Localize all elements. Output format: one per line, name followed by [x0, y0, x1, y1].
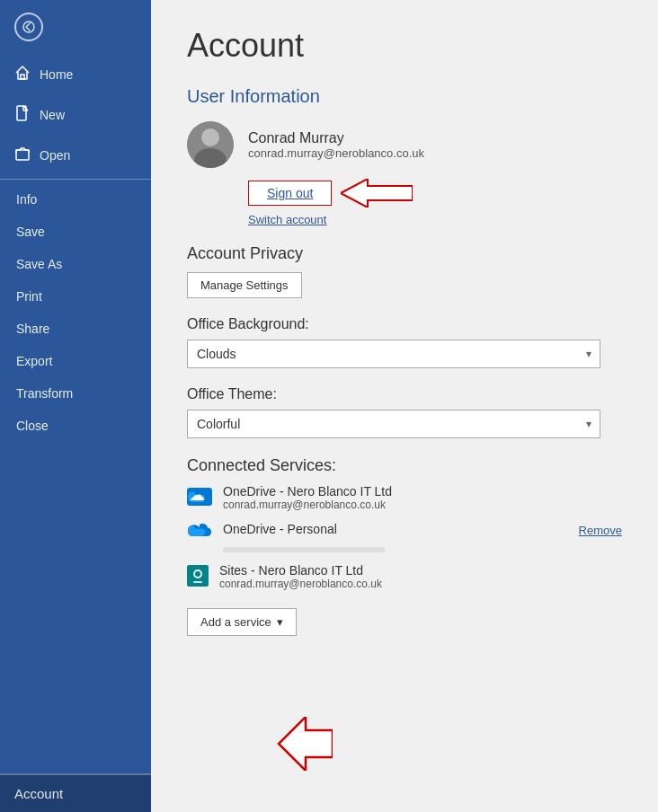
- svg-rect-4: [16, 150, 29, 160]
- sidebar-item-home[interactable]: Home: [0, 54, 151, 94]
- user-information-section: User Information Conrad Murray conrad.mu…: [187, 86, 622, 226]
- main-content: Account User Information Conrad Murray c…: [151, 0, 658, 812]
- user-details: Conrad Murray conrad.murray@neroblanco.c…: [248, 130, 424, 160]
- onedrive-personal-name: OneDrive - Personal: [223, 522, 337, 536]
- svg-point-6: [201, 128, 219, 146]
- open-icon: [14, 146, 31, 164]
- office-theme-label: Office Theme:: [187, 386, 622, 402]
- sidebar-item-account[interactable]: Account: [0, 773, 151, 812]
- account-privacy-heading: Account Privacy: [187, 244, 622, 263]
- avatar: [187, 121, 234, 168]
- office-theme-dropdown-wrapper: Colorful Dark Gray Black White ▾: [187, 410, 600, 438]
- sites-business-details: Sites - Nero Blanco IT Ltd conrad.murray…: [219, 563, 382, 590]
- onedrive-personal-details: OneDrive - Personal: [223, 522, 337, 536]
- list-item: OneDrive - Personal Remove: [187, 522, 622, 552]
- sign-out-arrow: [341, 179, 413, 207]
- onedrive-business-email: conrad.murray@neroblanco.co.uk: [223, 499, 392, 511]
- onedrive-personal-icon: [187, 522, 212, 543]
- manage-settings-button[interactable]: Manage Settings: [187, 272, 302, 298]
- remove-onedrive-personal-link[interactable]: Remove: [579, 524, 622, 537]
- sidebar-item-new[interactable]: New: [0, 94, 151, 135]
- onedrive-business-details: OneDrive - Nero Blanco IT Ltd conrad.mur…: [223, 484, 392, 511]
- office-theme-section: Office Theme: Colorful Dark Gray Black W…: [187, 386, 622, 438]
- svg-rect-1: [21, 75, 24, 79]
- sidebar-item-export[interactable]: Export: [0, 345, 151, 377]
- svg-point-0: [23, 22, 34, 32]
- sign-out-area: Sign out Switch account: [248, 179, 622, 226]
- office-background-section: Office Background: Clouds None Circles a…: [187, 316, 622, 368]
- sidebar-item-open[interactable]: Open: [0, 135, 151, 175]
- sites-business-name: Sites - Nero Blanco IT Ltd: [219, 563, 382, 578]
- user-info-row: Conrad Murray conrad.murray@neroblanco.c…: [187, 121, 622, 168]
- back-button[interactable]: [0, 0, 151, 54]
- sidebar-item-share[interactable]: Share: [0, 313, 151, 345]
- sidebar-item-open-label: Open: [40, 148, 70, 163]
- onedrive-business-icon: [187, 488, 212, 506]
- back-circle-icon: [14, 13, 43, 41]
- list-item: Sites - Nero Blanco IT Ltd conrad.murray…: [187, 563, 622, 590]
- sidebar-item-save-as[interactable]: Save As: [0, 248, 151, 280]
- account-privacy-section: Account Privacy Manage Settings: [187, 244, 622, 298]
- svg-marker-8: [341, 179, 413, 207]
- new-icon: [14, 105, 31, 124]
- office-background-select[interactable]: Clouds None Circles and Stripes Circuit …: [187, 340, 600, 368]
- user-email: conrad.murray@neroblanco.co.uk: [248, 146, 424, 160]
- connected-services-heading: Connected Services:: [187, 456, 622, 475]
- user-name: Conrad Murray: [248, 130, 424, 146]
- sidebar-spacer: [0, 442, 151, 773]
- connected-services-section: Connected Services: OneDrive - Nero Blan…: [187, 456, 622, 636]
- sidebar-item-transform[interactable]: Transform: [0, 377, 151, 410]
- switch-account-link[interactable]: Switch account: [248, 213, 622, 226]
- sidebar: Home New Open: [0, 0, 151, 812]
- home-icon: [14, 65, 31, 84]
- list-item: OneDrive - Nero Blanco IT Ltd conrad.mur…: [187, 484, 622, 511]
- office-background-label: Office Background:: [187, 316, 622, 332]
- sites-business-email: conrad.murray@neroblanco.co.uk: [219, 578, 382, 590]
- storage-bar: [223, 547, 385, 552]
- sidebar-item-print[interactable]: Print: [0, 280, 151, 313]
- onedrive-business-name: OneDrive - Nero Blanco IT Ltd: [223, 484, 392, 499]
- sidebar-nav: Home New Open: [0, 54, 151, 812]
- office-background-dropdown-wrapper: Clouds None Circles and Stripes Circuit …: [187, 340, 600, 368]
- sign-out-box: Sign out: [248, 181, 332, 206]
- sidebar-divider: [0, 179, 151, 180]
- svg-point-11: [195, 571, 200, 577]
- sharepoint-icon: [187, 565, 209, 587]
- sidebar-item-new-label: New: [40, 108, 65, 122]
- add-service-button[interactable]: Add a service ▾: [187, 608, 297, 636]
- user-info-title: User Information: [187, 86, 622, 107]
- sidebar-item-close[interactable]: Close: [0, 410, 151, 442]
- page-title: Account: [187, 27, 622, 65]
- account-label: Account: [14, 786, 63, 801]
- sidebar-item-home-label: Home: [40, 67, 73, 82]
- office-theme-select[interactable]: Colorful Dark Gray Black White: [187, 410, 600, 438]
- add-service-caret-icon: ▾: [277, 615, 283, 629]
- add-service-label: Add a service: [200, 615, 271, 629]
- sign-out-link[interactable]: Sign out: [248, 181, 332, 206]
- svg-rect-12: [193, 581, 202, 583]
- sidebar-item-save[interactable]: Save: [0, 216, 151, 248]
- sidebar-item-info[interactable]: Info: [0, 183, 151, 216]
